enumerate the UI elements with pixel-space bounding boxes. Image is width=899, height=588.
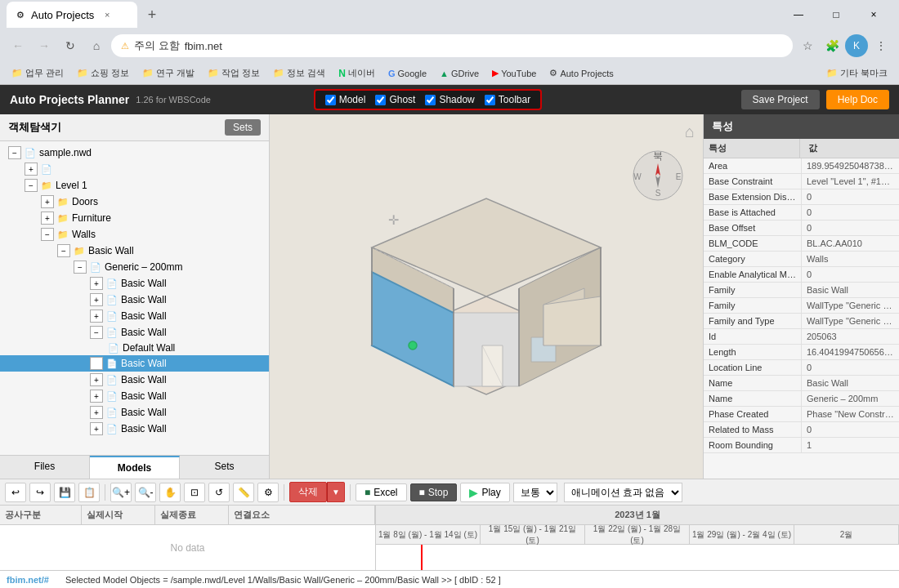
save-button[interactable]: 💾 [54, 483, 75, 502]
expand-icon[interactable]: − [41, 228, 54, 241]
rotate-button[interactable]: ↺ [208, 483, 230, 502]
tree-item-bw4[interactable]: − 📄 Basic Wall [0, 324, 269, 341]
tree-item-level1[interactable]: − 📁 Level 1 [0, 177, 269, 194]
expand-icon[interactable]: + [90, 293, 103, 306]
tree-item-root[interactable]: − 📄 sample.nwd [0, 145, 269, 161]
menu-icon[interactable]: ⋮ [870, 34, 892, 57]
redo-button[interactable]: ↪ [29, 483, 51, 502]
zoom-out-button[interactable]: 🔍- [135, 483, 156, 502]
bookmark-item[interactable]: GGoogle [383, 67, 432, 80]
bookmark-item[interactable]: ⚙Auto Projects [544, 66, 618, 80]
tree-item-walls[interactable]: − 📁 Walls [0, 226, 269, 243]
close-button[interactable]: × [855, 0, 892, 29]
bookmark-item[interactable]: 📁쇼핑 정보 [72, 65, 134, 81]
tree-label: sample.nwd [39, 147, 92, 158]
extensions-icon[interactable]: 🧩 [821, 34, 843, 57]
pan-button[interactable]: ✋ [159, 483, 181, 502]
shadow-toggle[interactable]: Shadow [425, 94, 474, 105]
tree-item-bw5-selected[interactable]: + 📄 Basic Wall [0, 355, 269, 372]
bookmark-item[interactable]: 📁업무 관리 [7, 65, 69, 81]
bookmark-item[interactable]: ▲GDrive [435, 67, 484, 80]
expand-icon[interactable]: + [90, 406, 103, 419]
stop-button[interactable]: ■ Stop [410, 483, 458, 501]
tab-close-button[interactable]: × [101, 8, 114, 21]
file-icon: 📄 [106, 295, 118, 305]
back-button[interactable]: ← [7, 34, 29, 57]
expand-icon[interactable]: + [41, 195, 54, 208]
profile-icon[interactable]: K [845, 34, 868, 57]
home-button[interactable]: ⌂ [85, 34, 108, 57]
play-button[interactable]: ▶ Play [460, 483, 509, 502]
tree-item-defaultwall[interactable]: 📄 Default Wall [0, 341, 269, 355]
copy-button[interactable]: 📋 [78, 483, 100, 502]
minimize-button[interactable]: — [780, 0, 817, 29]
tree-item-bw6[interactable]: + 📄 Basic Wall [0, 372, 269, 388]
tree-item-bw2[interactable]: + 📄 Basic Wall [0, 292, 269, 308]
delete-button[interactable]: 삭제 [289, 482, 327, 502]
settings-button[interactable]: ⚙ [257, 483, 279, 502]
bottom-toolbar: ↩ ↪ 💾 📋 🔍+ 🔍- ✋ ⊡ ↺ 📏 ⚙ 삭제 ▼ ■ Excel ■ S… [0, 479, 899, 505]
tree-item-basicwall-folder[interactable]: − 📁 Basic Wall [0, 243, 269, 259]
fit-button[interactable]: ⊡ [184, 483, 205, 502]
tree-item-bw1[interactable]: + 📄 Basic Wall [0, 275, 269, 292]
tree-item-doors[interactable]: + 📁 Doors [0, 194, 269, 210]
properties-panel: 특성 특성 값 Area 189.95492504873897 Base Con… [703, 114, 899, 479]
tl-header-connect: 연결요소 [229, 506, 375, 524]
expand-icon[interactable]: + [90, 277, 103, 290]
prop-row: Base Offset 0 [704, 220, 899, 236]
tree-item-bw8[interactable]: + 📄 Basic Wall [0, 404, 269, 421]
left-panel: 객체탐색기 Sets − 📄 sample.nwd + 📄 [0, 114, 270, 479]
measure-button[interactable]: 📏 [233, 483, 254, 502]
bookmark-item[interactable]: 📁정보 검색 [268, 65, 330, 81]
expand-icon[interactable]: − [8, 146, 21, 159]
bookmark-item[interactable]: ▶YouTube [487, 66, 541, 80]
delete-dropdown-button[interactable]: ▼ [327, 482, 345, 502]
bookmark-item[interactable]: 📁작업 정보 [203, 65, 265, 81]
tab-files[interactable]: Files [0, 456, 90, 479]
expand-icon[interactable]: − [74, 261, 87, 274]
expand-icon[interactable]: + [90, 390, 103, 403]
tab-models[interactable]: Models [90, 456, 180, 479]
address-input[interactable]: ⚠ 주의 요함 fbim.net [111, 34, 793, 57]
3d-viewport[interactable]: ⌂ 북 S E W ✛ [270, 114, 703, 479]
tree-item-furniture[interactable]: + 📁 Furniture [0, 210, 269, 226]
toolbar-toggle[interactable]: Toolbar [485, 94, 530, 105]
bookmark-item[interactable]: 📁연구 개발 [137, 65, 199, 81]
tree-item-generic[interactable]: − 📄 Generic – 200mm [0, 259, 269, 275]
tree-item-blank[interactable]: + 📄 [0, 161, 269, 177]
animation-select[interactable]: 애니메이션 효과 없음 [564, 483, 682, 502]
tree-label: Basic Wall [121, 327, 167, 338]
save-project-button[interactable]: Save Project [741, 90, 820, 109]
timeline-cursor[interactable] [421, 545, 423, 570]
expand-icon[interactable]: + [90, 357, 103, 370]
home-view-icon[interactable]: ⌂ [685, 122, 695, 141]
active-tab[interactable]: ⚙ Auto Projects × [7, 2, 137, 28]
bookmark-star-icon[interactable]: ☆ [796, 34, 819, 57]
other-bookmarks[interactable]: 📁기타 북마크 [821, 65, 892, 81]
tree-item-bw3[interactable]: + 📄 Basic Wall [0, 308, 269, 324]
expand-icon[interactable]: + [25, 163, 38, 176]
speed-select[interactable]: 보통 빠름 느림 [513, 483, 557, 502]
forward-button[interactable]: → [33, 34, 56, 57]
expand-icon[interactable]: − [57, 244, 70, 257]
tab-sets[interactable]: Sets [180, 456, 269, 479]
expand-icon[interactable]: + [90, 373, 103, 386]
tree-item-bw9[interactable]: + 📄 Basic Wall [0, 421, 269, 437]
new-tab-button[interactable]: + [141, 3, 163, 26]
expand-icon[interactable]: + [90, 422, 103, 435]
expand-icon[interactable]: + [41, 212, 54, 225]
zoom-in-button[interactable]: 🔍+ [110, 483, 132, 502]
expand-icon[interactable]: − [90, 326, 103, 339]
sets-button[interactable]: Sets [225, 119, 261, 136]
bookmark-item[interactable]: N네이버 [333, 65, 380, 81]
expand-icon[interactable]: − [25, 179, 38, 192]
model-toggle[interactable]: Model [325, 94, 366, 105]
expand-icon[interactable]: + [90, 310, 103, 323]
tree-item-bw7[interactable]: + 📄 Basic Wall [0, 388, 269, 404]
maximize-button[interactable]: □ [817, 0, 855, 29]
ghost-toggle[interactable]: Ghost [375, 94, 415, 105]
undo-button[interactable]: ↩ [5, 483, 26, 502]
help-doc-button[interactable]: Help Doc [826, 90, 889, 109]
excel-button[interactable]: ■ Excel [356, 483, 407, 501]
refresh-button[interactable]: ↻ [59, 34, 82, 57]
